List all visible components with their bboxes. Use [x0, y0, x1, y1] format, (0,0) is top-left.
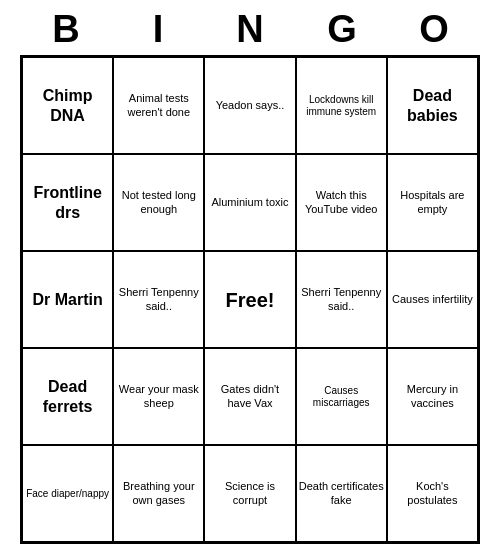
bingo-cell-13: Sherri Tenpenny said..: [296, 251, 387, 348]
bingo-title: B I N G O: [20, 0, 480, 55]
letter-n: N: [227, 8, 273, 51]
bingo-cell-12: Free!: [204, 251, 295, 348]
bingo-cell-1: Animal tests weren't done: [113, 57, 204, 154]
bingo-cell-3: Lockdowns kill immune system: [296, 57, 387, 154]
bingo-cell-0: Chimp DNA: [22, 57, 113, 154]
bingo-cell-17: Gates didn't have Vax: [204, 348, 295, 445]
bingo-cell-16: Wear your mask sheep: [113, 348, 204, 445]
letter-i: I: [135, 8, 181, 51]
bingo-cell-19: Mercury in vaccines: [387, 348, 478, 445]
bingo-cell-14: Causes infertility: [387, 251, 478, 348]
bingo-cell-2: Yeadon says..: [204, 57, 295, 154]
bingo-grid: Chimp DNAAnimal tests weren't doneYeadon…: [20, 55, 480, 544]
bingo-cell-15: Dead ferrets: [22, 348, 113, 445]
bingo-cell-4: Dead babies: [387, 57, 478, 154]
bingo-cell-6: Not tested long enough: [113, 154, 204, 251]
bingo-cell-18: Causes miscarriages: [296, 348, 387, 445]
bingo-cell-9: Hospitals are empty: [387, 154, 478, 251]
bingo-cell-24: Koch's postulates: [387, 445, 478, 542]
bingo-cell-5: Frontline drs: [22, 154, 113, 251]
bingo-cell-8: Watch this YouTube video: [296, 154, 387, 251]
bingo-cell-10: Dr Martin: [22, 251, 113, 348]
bingo-cell-7: Aluminium toxic: [204, 154, 295, 251]
bingo-cell-11: Sherri Tenpenny said..: [113, 251, 204, 348]
letter-g: G: [319, 8, 365, 51]
bingo-cell-22: Science is corrupt: [204, 445, 295, 542]
bingo-cell-20: Face diaper/nappy: [22, 445, 113, 542]
letter-b: B: [43, 8, 89, 51]
bingo-cell-21: Breathing your own gases: [113, 445, 204, 542]
bingo-cell-23: Death certificates fake: [296, 445, 387, 542]
letter-o: O: [411, 8, 457, 51]
